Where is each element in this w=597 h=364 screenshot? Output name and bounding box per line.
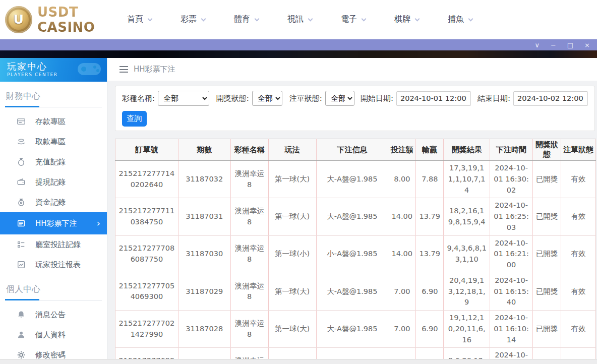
sidebar-item-recharge-record[interactable]: 充值記錄 <box>0 152 107 172</box>
table-cell: 第一球(大) <box>268 161 316 198</box>
withdraw-hand-icon <box>17 137 26 146</box>
table-body: 215217277714020264031187032澳洲幸运8第一球(大)大-… <box>115 161 596 359</box>
sidebar-item-withdrawal-record[interactable]: 提現記錄 <box>0 172 107 192</box>
end-date-label: 結束日期: <box>477 94 510 103</box>
player-center-banner: 玩家中心 PLAYERS CENTER <box>0 58 107 82</box>
table-cell: 已開獎 <box>533 161 561 198</box>
chevron-down-icon <box>201 17 206 22</box>
brand-logo[interactable]: U USDT CASINO <box>0 5 127 35</box>
app-window: U USDT CASINO 首頁 彩票 體育 視訊 電子 棋牌 捕魚 ∨ − □… <box>0 0 597 364</box>
section-divider <box>5 299 102 300</box>
chevron-right-icon: › <box>97 218 100 228</box>
table-cell: 2152172777054069300 <box>115 273 178 310</box>
sidebar-item-room-bet-record[interactable]: 廳室投註記錄 <box>0 234 107 255</box>
end-date-input[interactable] <box>513 91 588 106</box>
nav-item-sports[interactable]: 體育 <box>234 14 259 25</box>
chevron-down-icon <box>362 17 367 22</box>
table-cell: 7.88 <box>416 161 444 198</box>
table-cell: 18,2,16,19,8,15,9,4 <box>444 198 490 235</box>
table-header-cell: 下注信息 <box>316 139 388 161</box>
sidebar-item-deposit[interactable]: 存款專區 <box>0 111 107 132</box>
table-row: 215217277699161877031187027澳洲幸运8第一球(小)小-… <box>115 348 596 359</box>
table-cell: 澳洲幸运8 <box>230 311 268 348</box>
table-cell: 有效 <box>561 235 596 273</box>
window-bottom-strip <box>0 359 597 364</box>
table-cell: 31187030 <box>178 235 230 273</box>
report-chart-icon <box>17 260 26 269</box>
table-cell: 已開獎 <box>533 198 561 235</box>
section-title-personal: 個人中心 <box>0 275 107 295</box>
table-cell: 大-A盤@1.985 <box>316 161 388 198</box>
nav-item-cards[interactable]: 棋牌 <box>394 14 419 25</box>
sidebar-item-withdraw[interactable]: 取款專區 <box>0 132 107 152</box>
table-cell: 6.90 <box>416 348 444 359</box>
table-cell: 2024-10-01 16:15:40 <box>490 273 533 310</box>
table-cell: 澳洲幸运8 <box>230 348 268 359</box>
nav-item-home[interactable]: 首頁 <box>127 14 152 25</box>
table-cell: 第一球(大) <box>268 273 316 310</box>
bets-table-container: 訂單號期數彩種名稱玩法下注信息投注額輸贏開獎結果下注時間開獎狀態注單狀態 215… <box>115 139 596 359</box>
table-cell: 第一球(大) <box>268 311 316 348</box>
table-header-cell: 彩種名稱 <box>230 139 268 161</box>
table-cell: 13.79 <box>416 235 444 273</box>
table-cell: 有效 <box>561 273 596 310</box>
sidebar-item-announcements[interactable]: 消息公告 <box>0 305 107 325</box>
table-cell: 31187029 <box>178 273 230 310</box>
table-cell: 第一球(大) <box>268 198 316 235</box>
table-cell: 有效 <box>561 348 596 359</box>
nav-item-slots[interactable]: 電子 <box>341 14 366 25</box>
nav-item-video[interactable]: 視訊 <box>287 14 312 25</box>
table-cell: 2024-10-01 16:25:03 <box>490 198 533 235</box>
table-cell: 13.79 <box>416 198 444 235</box>
list-icon <box>17 240 26 249</box>
table-cell: 31187031 <box>178 198 230 235</box>
wallet-icon <box>17 177 26 187</box>
table-cell: 6.90 <box>416 273 444 310</box>
table-cell: 17,3,19,11,1,10,7,14 <box>444 161 490 198</box>
draw-status-label: 開獎狀態: <box>216 94 249 103</box>
start-date-label: 開始日期: <box>361 94 393 103</box>
nav-item-lottery[interactable]: 彩票 <box>181 14 205 25</box>
table-row: 215217277708608775031187030澳洲幸运8第一球(小)小-… <box>115 235 596 273</box>
start-date-input[interactable] <box>396 91 471 106</box>
table-cell: 31187032 <box>178 161 230 198</box>
hamburger-menu-icon[interactable] <box>120 66 128 73</box>
table-cell: 8.00 <box>388 161 416 198</box>
brand-coin-icon: U <box>5 6 32 33</box>
window-close-button[interactable]: × <box>584 42 590 48</box>
table-cell: 7.00 <box>388 273 416 310</box>
table-cell: 第一球(小) <box>268 235 316 273</box>
funds-bag-icon <box>17 198 26 207</box>
money-bag-icon <box>17 157 26 166</box>
draw-status-select[interactable]: 全部 <box>252 91 282 106</box>
main-content: HH彩票下注 彩種名稱: 全部 開獎狀態: 全部 注單狀態: 全部 開始日期: … <box>107 58 597 359</box>
window-minimize-button[interactable]: − <box>551 42 556 48</box>
sidebar-item-player-bet-report[interactable]: 玩家投注報表 <box>0 255 107 275</box>
table-cell: 2024-10-01 16:30:02 <box>490 161 533 198</box>
sidebar-item-funds-record[interactable]: 資金記錄 <box>0 192 107 212</box>
table-cell: 2024-10-01 16:21:00 <box>490 235 533 273</box>
nav-item-fishing[interactable]: 捕魚 <box>448 14 472 25</box>
table-cell: 大-A盤@1.985 <box>316 273 388 310</box>
table-cell: 7.00 <box>388 311 416 348</box>
table-cell: 已開獎 <box>533 273 561 310</box>
lottery-type-select[interactable]: 全部 <box>158 91 209 106</box>
bets-table: 訂單號期數彩種名稱玩法下注信息投注額輸贏開獎結果下注時間開獎狀態注單狀態 215… <box>115 139 596 359</box>
sidebar-item-profile[interactable]: 個人資料 <box>0 325 107 345</box>
table-header-cell: 輸贏 <box>416 139 444 161</box>
table-row: 215217277714020264031187032澳洲幸运8第一球(大)大-… <box>115 161 596 198</box>
window-chevron-button[interactable]: ∨ <box>534 42 540 48</box>
table-header-cell: 開獎狀態 <box>533 139 561 161</box>
sidebar-item-hh-lottery-bets[interactable]: HH彩票下注 › <box>0 212 107 234</box>
main-menu: 首頁 彩票 體育 視訊 電子 棋牌 捕魚 <box>127 14 472 25</box>
chevron-down-icon <box>255 17 260 22</box>
hero-banner-strip <box>0 50 597 58</box>
table-cell: 9,4,3,6,8,13,1,10 <box>444 235 490 273</box>
table-cell: 14.00 <box>388 198 416 235</box>
personal-menu: 消息公告 個人資料 修改密碼 <box>0 305 107 364</box>
order-status-select[interactable]: 全部 <box>325 91 354 106</box>
window-maximize-button[interactable]: □ <box>567 42 573 48</box>
search-button[interactable]: 查詢 <box>122 111 147 127</box>
sidebar: 玩家中心 PLAYERS CENTER 財務中心 存款專區 <box>0 58 107 359</box>
breadcrumb-bar: HH彩票下注 <box>107 58 597 81</box>
